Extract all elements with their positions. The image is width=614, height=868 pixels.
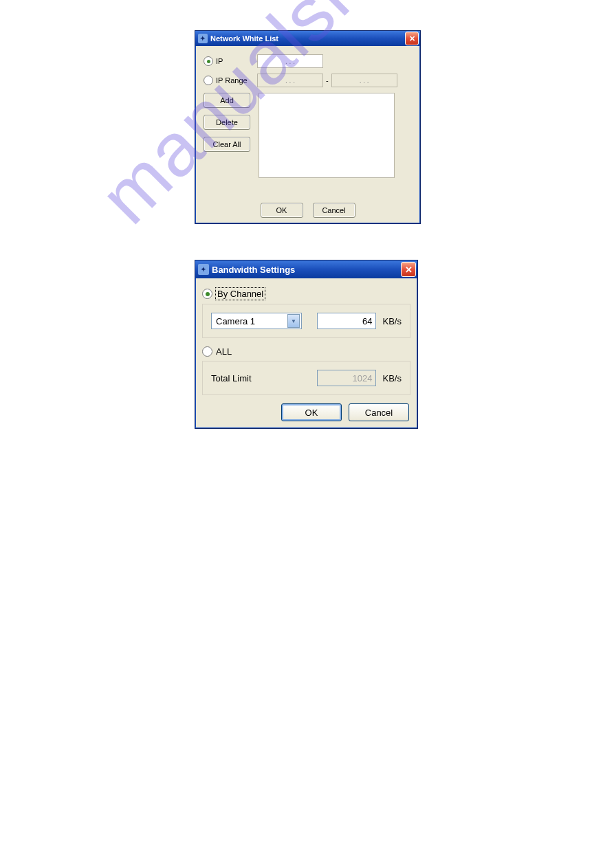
all-radio-label: ALL	[216, 346, 232, 357]
by-channel-group: Camera 1 ▼ 64 KB/s	[202, 304, 410, 338]
cancel-button[interactable]: Cancel	[313, 203, 355, 218]
action-buttons-column: Add Delete Clear All	[204, 93, 250, 152]
ip-listbox[interactable]	[259, 93, 395, 178]
camera-select[interactable]: Camera 1 ▼	[211, 313, 302, 329]
ip-range-radio-label: IP Range	[216, 76, 257, 85]
total-limit-input: 1024	[317, 370, 376, 386]
dialog-button-row: OK Cancel	[202, 403, 410, 421]
close-icon: ✕	[405, 265, 413, 275]
ip-radio-label: IP	[216, 57, 257, 65]
close-button[interactable]: ✕	[405, 32, 419, 45]
titlebar[interactable]: ✦ Bandwidth Settings ✕	[195, 260, 417, 278]
all-option-row: ALL	[202, 346, 410, 357]
close-button[interactable]: ✕	[401, 262, 416, 277]
camera-select-value: Camera 1	[216, 316, 255, 326]
all-group: Total Limit 1024 KB/s	[202, 361, 410, 395]
all-radio[interactable]	[202, 346, 212, 357]
ip-range-from-input[interactable]: . . .	[257, 74, 323, 87]
add-button[interactable]: Add	[204, 93, 250, 108]
ip-option-row: IP . . .	[204, 54, 412, 68]
ok-button[interactable]: OK	[281, 403, 342, 421]
app-icon: ✦	[198, 264, 209, 275]
ip-range-separator: -	[326, 76, 329, 85]
bandwidth-settings-dialog: ✦ Bandwidth Settings ✕ By Channel Camera…	[195, 260, 418, 429]
dialog-body: IP . . . IP Range . . . - . . . Add Dele…	[195, 46, 420, 223]
dialog-button-row: OK Cancel	[195, 203, 420, 218]
total-limit-label: Total Limit	[211, 373, 310, 383]
ip-input[interactable]: . . .	[257, 54, 323, 68]
ip-radio[interactable]	[204, 56, 213, 66]
ip-range-radio[interactable]	[204, 76, 213, 85]
dialog-title: Bandwidth Settings	[212, 265, 401, 275]
chevron-down-icon: ▼	[287, 314, 300, 328]
by-channel-option-row: By Channel	[202, 288, 410, 300]
close-icon: ✕	[409, 34, 415, 43]
channel-limit-input[interactable]: 64	[317, 313, 376, 329]
by-channel-radio-label: By Channel	[216, 288, 265, 300]
cancel-button[interactable]: Cancel	[349, 403, 409, 421]
app-icon: ✦	[198, 34, 208, 43]
unit-label: KB/s	[383, 316, 402, 326]
clear-all-button[interactable]: Clear All	[204, 137, 250, 152]
titlebar[interactable]: ✦ Network White List ✕	[195, 31, 420, 46]
ip-range-option-row: IP Range . . . - . . .	[204, 74, 412, 87]
ok-button[interactable]: OK	[261, 203, 303, 218]
network-white-list-dialog: ✦ Network White List ✕ IP . . . IP Range…	[195, 30, 421, 224]
by-channel-radio[interactable]	[202, 289, 212, 299]
delete-button[interactable]: Delete	[204, 115, 250, 130]
unit-label: KB/s	[383, 373, 402, 383]
dialog-title: Network White List	[210, 34, 405, 43]
ip-range-to-input[interactable]: . . .	[331, 74, 397, 87]
dialog-body: By Channel Camera 1 ▼ 64 KB/s ALL Total …	[195, 278, 417, 428]
